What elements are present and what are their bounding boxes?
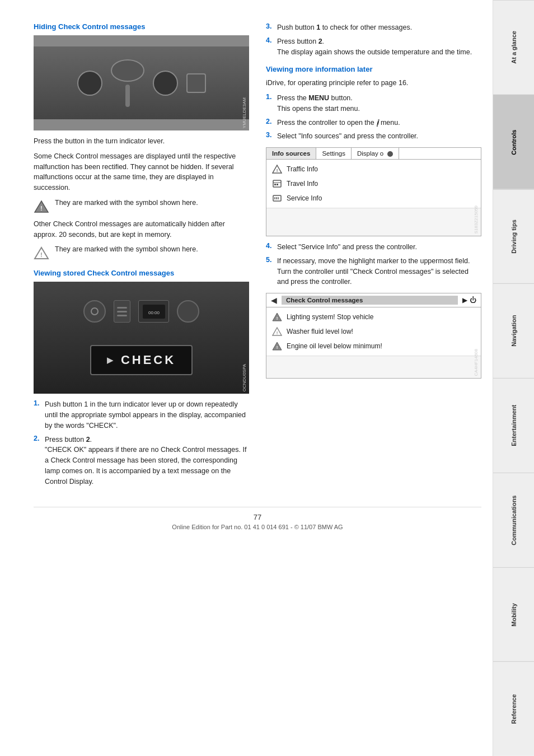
- car-image: YMUELDE3AM: [34, 35, 249, 130]
- tab-settings[interactable]: Settings: [316, 148, 352, 159]
- svg-text:!: !: [277, 316, 278, 321]
- tab-info-sources[interactable]: Info sources: [266, 148, 316, 159]
- service-icon: [272, 193, 282, 203]
- svg-rect-11: [277, 184, 278, 185]
- sidebar-tab-controls[interactable]: Controls: [493, 95, 534, 189]
- viewing-info-title: Viewing more information later: [266, 65, 481, 73]
- service-label: Service Info: [287, 194, 322, 202]
- left-step-2: 2. Press button 2. "CHECK OK" appears if…: [34, 435, 249, 487]
- sidebar-tab-mobility[interactable]: Mobility: [493, 567, 534, 662]
- r-step-2: 2. Press the controller to open the ị m…: [266, 118, 481, 128]
- info-row-travel: Travel Info: [266, 176, 481, 191]
- step2-text: Press button 2. "CHECK OK" appears if th…: [45, 435, 249, 487]
- viewing-stored-title: Viewing stored Check Control messages: [34, 269, 249, 277]
- right-step3-text: Push button 1 to check for other message…: [277, 22, 412, 33]
- cc-power-icon: ⏻: [470, 296, 476, 304]
- tab-display[interactable]: Display o: [352, 148, 400, 159]
- travel-label: Travel Info: [287, 180, 318, 188]
- r-step5-num: 5.: [266, 256, 274, 287]
- hiding-title: Hiding Check Control messages: [34, 22, 249, 31]
- cc-title: Check Control messages: [282, 296, 458, 305]
- svg-text:!: !: [277, 345, 278, 350]
- sidebar-tab-at-a-glance[interactable]: At a glance: [493, 0, 534, 95]
- cc-bottom: CA4HF14608: [266, 356, 481, 378]
- r-step2-text: Press the controller to open the ị menu…: [277, 118, 400, 128]
- right-step-3: 3. Push button 1 to check for other mess…: [266, 22, 481, 33]
- sidebar-tab-communications[interactable]: Communications: [493, 473, 534, 567]
- gauge-1: [77, 71, 102, 96]
- right-step4-num: 4.: [266, 36, 274, 58]
- right-step4-text: Press button 2. The display again shows …: [277, 36, 472, 58]
- copyright-text: Online Edition for Part no. 01 41 0 014 …: [34, 524, 481, 530]
- engine-label: Engine oil level below minimum!: [287, 342, 382, 350]
- r-step4-text: Select "Service Info" and press the cont…: [277, 242, 417, 253]
- cc-play-icon: ▶: [462, 296, 467, 304]
- svg-text:!: !: [40, 252, 42, 258]
- check-text: CHECK: [121, 353, 176, 367]
- info-sources-tabs: Info sources Settings Display o: [266, 148, 481, 160]
- r-step4-num: 4.: [266, 242, 274, 253]
- check-image-credit: OCNDU0SPA: [242, 364, 247, 391]
- display-icon: [387, 151, 393, 157]
- r-step1-text: Press the MENU button. This opens the st…: [277, 93, 360, 114]
- steering-area: [111, 59, 144, 107]
- main-content: Hiding Check Control messages YMUELDE3AM…: [0, 0, 493, 756]
- traffic-icon: !: [272, 164, 282, 174]
- cc-row-engine: ! Engine oil level below minimum!: [266, 339, 481, 353]
- info-sources-body: ! Traffic Info: [266, 160, 481, 208]
- left-step-1: 1. Push button 1 in the turn indicator l…: [34, 399, 249, 431]
- idrive-para: iDrive, for operating principle refer to…: [266, 78, 481, 88]
- svg-text:!: !: [277, 168, 278, 173]
- r-step-5: 5. If necessary, move the highlight mark…: [266, 256, 481, 287]
- page-number: 77: [34, 513, 481, 521]
- info-row-traffic: ! Traffic Info: [266, 162, 481, 176]
- triangle-outline-icon: !: [34, 245, 49, 261]
- warning1-text: They are marked with the symbol shown he…: [55, 198, 198, 208]
- sidebar-tab-navigation[interactable]: Navigation: [493, 283, 534, 378]
- traffic-label: Traffic Info: [287, 165, 318, 173]
- gauge-2: [153, 71, 178, 96]
- svg-text:00:00: 00:00: [148, 310, 160, 315]
- cc-row-washer: ! Washer fluid level low!: [266, 324, 481, 339]
- image-credit: YMUELDE3AM: [242, 97, 247, 128]
- hiding-para1: Press the button in the turn indicator l…: [34, 136, 249, 147]
- sidebar-tab-reference[interactable]: Reference: [493, 661, 534, 756]
- check-image: 00:00 ▶ CHECK OCNDU0SPA: [34, 282, 249, 394]
- cc-row-lighting: ! Lighting system! Stop vehicle: [266, 310, 481, 324]
- sidebar-tab-driving-tips[interactable]: Driving tips: [493, 189, 534, 284]
- svg-rect-10: [274, 184, 276, 185]
- lighting-label: Lighting system! Stop vehicle: [287, 313, 373, 321]
- hiding-para2: Some Check Control messages are displaye…: [34, 151, 249, 193]
- info-sources-bottom: S183Z215059: [266, 208, 481, 236]
- sidebar-tab-entertainment[interactable]: Entertainment: [493, 378, 534, 473]
- r-step-1: 1. Press the MENU button. This opens the…: [266, 93, 481, 114]
- r-step-3: 3. Select "Info sources" and press the c…: [266, 131, 481, 142]
- lighting-warning-icon: !: [272, 312, 282, 322]
- r-step3-num: 3.: [266, 131, 274, 142]
- step1-text: Push button 1 in the turn indicator leve…: [45, 399, 249, 431]
- sidebar: At a glance Controls Driving tips Naviga…: [493, 0, 534, 756]
- step2-num: 2.: [34, 435, 41, 487]
- r-step3-text: Select "Info sources" and press the cont…: [277, 131, 418, 142]
- check-control-box: ◀ Check Control messages ▶ ⏻ !: [266, 293, 481, 379]
- r-step5-text: If necessary, move the highlight marker …: [277, 256, 481, 287]
- info-row-service: Service Info: [266, 191, 481, 206]
- r-step-4: 4. Select "Service Info" and press the c…: [266, 242, 481, 253]
- cc-right-icons: ▶ ⏻: [462, 296, 476, 304]
- washer-label: Washer fluid level low!: [287, 328, 353, 335]
- right-column: 3. Push button 1 to check for other mess…: [266, 22, 481, 490]
- svg-text:!: !: [40, 206, 42, 212]
- cc-credit: CA4HF14608: [474, 349, 479, 376]
- svg-text:!: !: [277, 330, 278, 335]
- check-play-icon: ▶: [107, 356, 115, 365]
- check-display: ▶ CHECK: [90, 345, 193, 375]
- svg-rect-12: [273, 195, 281, 201]
- r-step1-detail: This opens the start menu.: [277, 105, 360, 113]
- warning-box-2: ! They are marked with the symbol shown …: [34, 244, 249, 261]
- right-step3-num: 3.: [266, 22, 274, 33]
- cc-header: ◀ Check Control messages ▶ ⏻: [266, 293, 481, 307]
- warning-box-1: ! They are marked with the symbol shown …: [34, 198, 249, 214]
- step1-num: 1.: [34, 399, 41, 431]
- screenshot-credit: S183Z215059: [474, 206, 479, 234]
- step2-detail: "CHECK OK" appears if there are no Check…: [45, 446, 246, 485]
